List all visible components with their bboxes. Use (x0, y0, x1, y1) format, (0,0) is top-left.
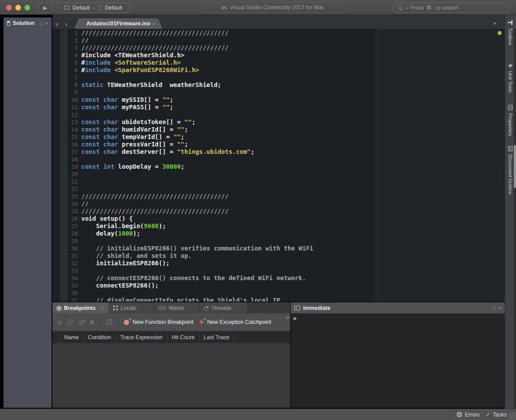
code-line-11[interactable]: 11const char myPASS[] = ""; (52, 104, 505, 111)
token-s: "" (177, 141, 184, 148)
code-line-13[interactable]: 13const char ubidotsToken[] = ""; (52, 118, 505, 126)
debug-tab-threads[interactable]: Threads (200, 302, 248, 313)
column-header-trace-expression[interactable]: Trace Expression (116, 331, 167, 343)
code-line-20[interactable]: 20 (52, 170, 505, 178)
code-line-25[interactable]: 25//////////////////////////////////////… (52, 208, 505, 215)
code-line-30[interactable]: 30 // initializeESP8266() verifies commu… (52, 245, 505, 252)
token-p: #include <TEWeatherShield.h> (81, 52, 184, 59)
debug-tab-label: Watch (169, 305, 184, 311)
resize-grip[interactable] (509, 413, 515, 419)
debug-tab-breakpoints[interactable]: ◎Breakpoints□× (52, 302, 109, 313)
navigate-back-button[interactable]: ‹ (56, 21, 58, 27)
token-k: char (104, 104, 118, 111)
code-line-32[interactable]: 32 initializeESP8266(); (52, 260, 505, 267)
code-line-4[interactable]: 4#include <TEWeatherShield.h> (52, 52, 505, 59)
code-line-36[interactable]: 36 (52, 289, 505, 297)
errors-button[interactable]: × Errors (457, 409, 480, 420)
close-window-button[interactable] (6, 5, 12, 10)
dock-panel-button[interactable]: □ (40, 21, 43, 26)
column-header-condition[interactable]: Condition (83, 331, 116, 343)
line-number: 32 (52, 260, 78, 267)
remove-breakpoint-icon[interactable]: ⊗ (90, 319, 95, 326)
token-k: include (85, 59, 111, 66)
code-line-28[interactable]: 28 delay(1000); (52, 230, 505, 237)
token-c: //////////////////////////////////////// (81, 193, 229, 200)
configuration-selector[interactable]: Default › Default (57, 3, 130, 13)
code-line-6[interactable]: 6#include <SparkFunESP8266WiFi.h> (52, 66, 505, 74)
code-text: static TEWeatherShield weatherShield; (81, 81, 221, 89)
column-header-name[interactable]: Name (60, 331, 83, 343)
code-line-33[interactable]: 33 (52, 267, 505, 274)
toolbox-icon (508, 20, 513, 25)
breakpoint-icon[interactable]: ◎ (57, 319, 62, 325)
sidebar-scrollbar-thumb[interactable] (514, 145, 516, 188)
code-line-10[interactable]: 10const char mySSID[] = ""; (52, 96, 505, 104)
new-breakpoint-icon (124, 319, 129, 325)
code-line-23[interactable]: 23//////////////////////////////////////… (52, 193, 505, 200)
code-line-19[interactable]: 19const int loopDelay = 30000; (52, 163, 505, 170)
code-line-16[interactable]: 16const char pressVarId[] = ""; (52, 141, 505, 148)
breakpoints-toolbar: ◎ ◎ ⊗ New Function Breakpoint New Except… (52, 313, 290, 331)
code-text: //////////////////////////////////////// (81, 44, 229, 52)
zoom-window-button[interactable] (24, 5, 30, 10)
line-number: 1 (52, 29, 78, 37)
code-line-31[interactable]: 31 // shield, and sets it up. (52, 252, 505, 260)
column-header-hit-count[interactable]: Hit Count (167, 331, 199, 343)
minimize-window-button[interactable] (15, 5, 21, 10)
code-line-17[interactable]: 17const char destServer[] = "things.ubid… (52, 148, 505, 156)
token-p: humidVarId[] = (118, 126, 177, 133)
sidebar-scrollbar-track[interactable] (514, 29, 516, 409)
line-number: 25 (52, 208, 78, 215)
global-search-input[interactable]: Press '⌘.' to search (393, 3, 509, 13)
breakpoints-list-area[interactable] (52, 343, 290, 408)
new-exception-icon (199, 319, 204, 325)
code-line-5[interactable]: 5#include <SoftwareSerial.h> (52, 59, 505, 66)
document-outline-icon (508, 146, 513, 151)
run-button[interactable]: ▶ (38, 3, 53, 13)
token-p: ; (184, 126, 188, 133)
code-line-3[interactable]: 3///////////////////////////////////////… (52, 44, 505, 52)
clear-breakpoint-icon[interactable] (67, 319, 73, 325)
new-function-breakpoint-button[interactable]: New Function Breakpoint (124, 319, 194, 325)
debug-tab-locals[interactable]: Locals (109, 302, 155, 313)
token-p: destServer[] = (118, 148, 177, 155)
code-editor[interactable]: 1///////////////////////////////////////… (52, 29, 505, 302)
code-line-18[interactable]: 18 (52, 156, 505, 163)
navigate-forward-button[interactable]: › (65, 21, 67, 27)
close-panel-button[interactable]: × (499, 305, 501, 311)
code-line-29[interactable]: 29 (52, 237, 505, 245)
tab-list-dropdown-icon[interactable]: ▼ (493, 21, 497, 26)
code-line-1[interactable]: 1///////////////////////////////////////… (52, 29, 505, 37)
code-line-12[interactable]: 12 (52, 111, 505, 118)
code-line-9[interactable]: 9 (52, 89, 505, 96)
code-text: const char pressVarId[] = ""; (81, 141, 188, 148)
toolbar-overflow-icon[interactable]: » (286, 315, 289, 320)
columns-options-icon[interactable] (106, 319, 112, 325)
code-line-24[interactable]: 24// (52, 200, 505, 208)
tasks-button[interactable]: ✓ Tasks (486, 409, 507, 420)
code-line-14[interactable]: 14const char humidVarId[] = ""; (52, 126, 505, 133)
new-exception-catchpoint-button[interactable]: New Exception Catchpoint (199, 319, 271, 325)
code-line-22[interactable]: 22 (52, 185, 505, 193)
code-line-8[interactable]: 8static TEWeatherShield weatherShield; (52, 81, 505, 89)
code-line-7[interactable]: 7 (52, 74, 505, 81)
solution-panel: Solution □ × (3, 17, 52, 408)
code-line-27[interactable]: 27 Serial.begin(9600); (52, 222, 505, 230)
immediate-input-area[interactable]: > (291, 313, 505, 324)
code-line-21[interactable]: 21 (52, 178, 505, 185)
dock-panel-button[interactable]: □ (492, 305, 495, 311)
debug-tab-watch[interactable]: Watch (155, 302, 200, 313)
close-tab-icon[interactable]: × (152, 21, 156, 27)
dock-panel-button[interactable]: □ (101, 305, 104, 311)
tab-arduino101firmware[interactable]: Arduino101Firmware.ino × (74, 18, 163, 29)
code-line-2[interactable]: 2// (52, 37, 505, 44)
column-header-last-trace[interactable]: Last Trace (199, 331, 234, 343)
code-line-34[interactable]: 34 // connectESP8266() connects to the d… (52, 274, 505, 282)
code-line-35[interactable]: 35 connectESP8266(); (52, 282, 505, 289)
disable-all-breakpoints-icon[interactable]: ◎ (79, 319, 83, 325)
code-line-37[interactable]: 37 // displayConnectInfo prints the Shie… (52, 297, 505, 302)
code-line-15[interactable]: 15const char tempVarId[] = ""; (52, 133, 505, 141)
token-k: const (81, 148, 100, 155)
code-line-26[interactable]: 26void setup() { (52, 215, 505, 222)
close-panel-button[interactable]: × (45, 21, 48, 26)
